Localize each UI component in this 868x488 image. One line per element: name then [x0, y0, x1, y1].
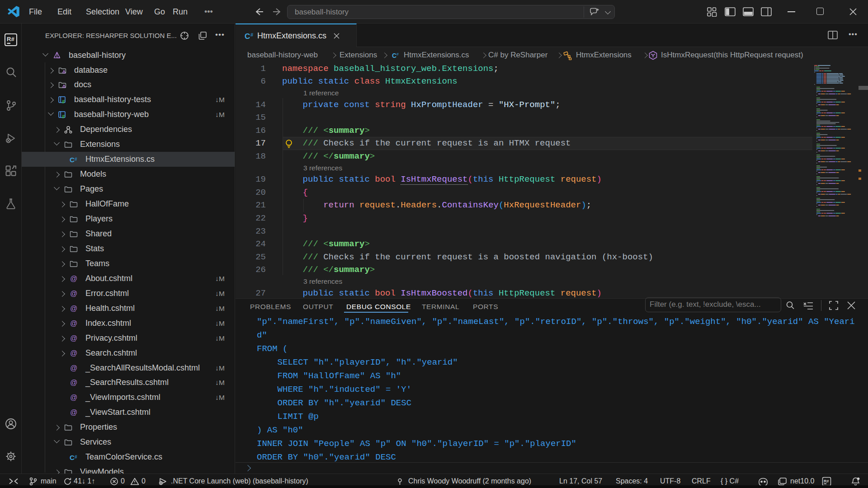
svg-text:C: C — [70, 454, 75, 461]
svg-text:@: @ — [70, 334, 77, 342]
svg-text:C: C — [70, 156, 75, 164]
svg-text:R#: R# — [824, 479, 829, 483]
svg-text:@: @ — [70, 305, 77, 312]
svg-text:C: C — [392, 52, 396, 59]
svg-text:R#: R# — [7, 36, 14, 42]
svg-text:@: @ — [70, 394, 77, 401]
svg-text:@: @ — [70, 290, 77, 297]
svg-text:@: @ — [70, 364, 77, 372]
svg-text:@: @ — [70, 319, 77, 327]
svg-text:#: # — [75, 157, 77, 162]
svg-text:C: C — [245, 32, 250, 41]
svg-text:@: @ — [70, 379, 77, 386]
svg-text:@: @ — [70, 275, 77, 282]
svg-text:#: # — [62, 99, 65, 104]
svg-text:#: # — [250, 32, 253, 38]
svg-text:@: @ — [70, 349, 77, 357]
svg-text:#: # — [75, 455, 77, 460]
svg-text:#: # — [62, 114, 65, 119]
svg-text:@: @ — [70, 408, 77, 416]
svg-text:#: # — [396, 52, 399, 56]
